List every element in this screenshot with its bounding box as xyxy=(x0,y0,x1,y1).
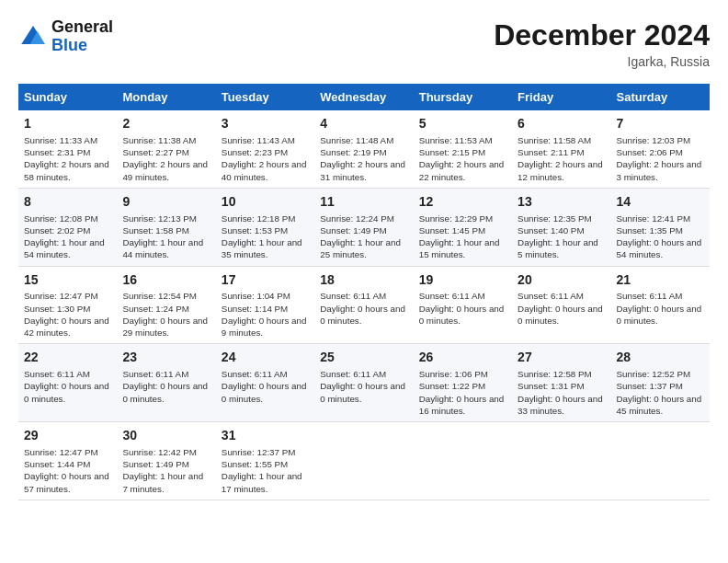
day-info: Sunrise: 11:58 AMSunset: 2:11 PMDaylight… xyxy=(518,134,605,183)
day-info: Sunrise: 11:48 AMSunset: 2:19 PMDaylight… xyxy=(320,134,407,183)
calendar-cell: 10Sunrise: 12:18 PMSunset: 1:53 PMDaylig… xyxy=(216,188,314,266)
day-number: 22 xyxy=(24,349,111,366)
title-block: December 2024 Igarka, Russia xyxy=(494,18,710,69)
day-info: Sunrise: 12:58 PMSunset: 1:31 PMDaylight… xyxy=(518,368,605,417)
day-number: 23 xyxy=(122,349,210,366)
day-number: 27 xyxy=(518,349,605,366)
column-header-friday: Friday xyxy=(512,84,610,110)
day-number: 26 xyxy=(419,349,506,366)
logo-text: General Blue xyxy=(51,18,113,55)
calendar-cell xyxy=(611,422,710,500)
calendar-cell: 30Sunrise: 12:42 PMSunset: 1:49 PMDaylig… xyxy=(117,422,215,500)
column-header-saturday: Saturday xyxy=(611,84,710,110)
calendar-cell: 16Sunrise: 12:54 PMSunset: 1:24 PMDaylig… xyxy=(117,266,215,344)
logo-line1: General xyxy=(51,18,113,37)
day-number: 19 xyxy=(419,271,506,289)
day-info: Sunset: 6:11 AMDaylight: 0 hours and 0 m… xyxy=(320,290,407,327)
week-row-3: 15Sunrise: 12:47 PMSunset: 1:30 PMDaylig… xyxy=(18,266,710,344)
day-number: 24 xyxy=(222,349,309,366)
calendar-cell xyxy=(414,422,512,500)
day-info: Sunrise: 1:04 PMSunset: 1:14 PMDaylight:… xyxy=(222,290,309,339)
location: Igarka, Russia xyxy=(494,54,710,69)
day-info: Sunrise: 12:42 PMSunset: 1:49 PMDaylight… xyxy=(122,446,210,495)
week-row-1: 1Sunrise: 11:33 AMSunset: 2:31 PMDayligh… xyxy=(18,110,710,188)
calendar-cell: 12Sunrise: 12:29 PMSunset: 1:45 PMDaylig… xyxy=(414,188,512,266)
logo-icon xyxy=(18,22,48,52)
day-info: Sunrise: 12:41 PMSunset: 1:35 PMDaylight… xyxy=(617,213,704,261)
calendar-cell: 17Sunrise: 1:04 PMSunset: 1:14 PMDayligh… xyxy=(216,266,314,344)
calendar-cell: 19Sunset: 6:11 AMDaylight: 0 hours and 0… xyxy=(414,266,512,344)
day-number: 25 xyxy=(320,349,407,366)
calendar-cell: 1Sunrise: 11:33 AMSunset: 2:31 PMDayligh… xyxy=(18,110,117,188)
calendar-cell: 26Sunrise: 1:06 PMSunset: 1:22 PMDayligh… xyxy=(414,344,512,422)
day-number: 11 xyxy=(320,193,407,211)
day-number: 8 xyxy=(24,193,111,211)
column-header-monday: Monday xyxy=(117,84,215,110)
day-number: 17 xyxy=(222,271,309,289)
calendar-cell: 15Sunrise: 12:47 PMSunset: 1:30 PMDaylig… xyxy=(18,266,117,344)
day-number: 16 xyxy=(122,271,210,289)
day-info: Sunrise: 11:43 AMSunset: 2:23 PMDaylight… xyxy=(222,134,309,183)
calendar-cell: 29Sunrise: 12:47 PMSunset: 1:44 PMDaylig… xyxy=(18,422,117,500)
day-info: Sunrise: 12:52 PMSunset: 1:37 PMDaylight… xyxy=(617,368,704,417)
week-row-2: 8Sunrise: 12:08 PMSunset: 2:02 PMDayligh… xyxy=(18,188,710,266)
calendar-cell: 7Sunrise: 12:03 PMSunset: 2:06 PMDayligh… xyxy=(611,110,710,188)
day-number: 21 xyxy=(617,271,704,289)
day-info: Sunrise: 12:47 PMSunset: 1:44 PMDaylight… xyxy=(24,446,111,495)
day-info: Sunset: 6:11 AMDaylight: 0 hours and 0 m… xyxy=(222,368,309,405)
day-info: Sunrise: 12:35 PMSunset: 1:40 PMDaylight… xyxy=(518,213,605,261)
day-number: 28 xyxy=(617,349,704,366)
day-info: Sunrise: 12:54 PMSunset: 1:24 PMDaylight… xyxy=(122,290,210,339)
day-info: Sunrise: 12:37 PMSunset: 1:55 PMDaylight… xyxy=(222,446,309,495)
calendar-cell: 9Sunrise: 12:13 PMSunset: 1:58 PMDayligh… xyxy=(117,188,215,266)
calendar-cell: 22Sunset: 6:11 AMDaylight: 0 hours and 0… xyxy=(18,344,117,422)
logo-line2: Blue xyxy=(51,37,113,55)
day-number: 30 xyxy=(122,427,210,444)
calendar-cell: 24Sunset: 6:11 AMDaylight: 0 hours and 0… xyxy=(216,344,314,422)
day-info: Sunset: 6:11 AMDaylight: 0 hours and 0 m… xyxy=(518,290,605,327)
day-number: 12 xyxy=(419,193,506,211)
column-header-thursday: Thursday xyxy=(414,84,512,110)
day-info: Sunrise: 12:47 PMSunset: 1:30 PMDaylight… xyxy=(24,290,111,339)
calendar-cell: 23Sunset: 6:11 AMDaylight: 0 hours and 0… xyxy=(117,344,215,422)
calendar-cell: 11Sunrise: 12:24 PMSunset: 1:49 PMDaylig… xyxy=(314,188,413,266)
calendar-cell: 3Sunrise: 11:43 AMSunset: 2:23 PMDayligh… xyxy=(216,110,314,188)
day-number: 20 xyxy=(518,271,605,289)
calendar-cell: 13Sunrise: 12:35 PMSunset: 1:40 PMDaylig… xyxy=(512,188,610,266)
calendar-header-row: SundayMondayTuesdayWednesdayThursdayFrid… xyxy=(18,84,710,110)
day-info: Sunrise: 12:18 PMSunset: 1:53 PMDaylight… xyxy=(222,213,309,261)
column-header-wednesday: Wednesday xyxy=(314,84,413,110)
day-number: 9 xyxy=(122,193,210,211)
calendar-cell: 25Sunset: 6:11 AMDaylight: 0 hours and 0… xyxy=(314,344,413,422)
calendar-cell: 14Sunrise: 12:41 PMSunset: 1:35 PMDaylig… xyxy=(611,188,710,266)
calendar-cell xyxy=(512,422,610,500)
day-number: 6 xyxy=(518,115,605,132)
calendar-cell: 28Sunrise: 12:52 PMSunset: 1:37 PMDaylig… xyxy=(611,344,710,422)
calendar-table: SundayMondayTuesdayWednesdayThursdayFrid… xyxy=(18,84,710,500)
day-number: 10 xyxy=(222,193,309,211)
calendar-cell: 5Sunrise: 11:53 AMSunset: 2:15 PMDayligh… xyxy=(414,110,512,188)
day-number: 4 xyxy=(320,115,407,132)
calendar-cell xyxy=(314,422,413,500)
calendar-cell: 8Sunrise: 12:08 PMSunset: 2:02 PMDayligh… xyxy=(18,188,117,266)
day-number: 3 xyxy=(222,115,309,132)
month-title: December 2024 xyxy=(494,18,710,52)
day-number: 7 xyxy=(617,115,704,132)
day-number: 1 xyxy=(24,115,111,132)
calendar-cell: 18Sunset: 6:11 AMDaylight: 0 hours and 0… xyxy=(314,266,413,344)
day-info: Sunset: 6:11 AMDaylight: 0 hours and 0 m… xyxy=(419,290,506,327)
day-info: Sunrise: 12:29 PMSunset: 1:45 PMDaylight… xyxy=(419,213,506,261)
day-number: 13 xyxy=(518,193,605,211)
day-info: Sunrise: 12:03 PMSunset: 2:06 PMDaylight… xyxy=(617,134,704,183)
day-number: 2 xyxy=(122,115,210,132)
calendar-cell: 21Sunset: 6:11 AMDaylight: 0 hours and 0… xyxy=(611,266,710,344)
calendar-cell: 20Sunset: 6:11 AMDaylight: 0 hours and 0… xyxy=(512,266,610,344)
page-header: General Blue December 2024 Igarka, Russi… xyxy=(18,18,710,69)
day-info: Sunset: 6:11 AMDaylight: 0 hours and 0 m… xyxy=(24,368,111,405)
day-info: Sunrise: 12:24 PMSunset: 1:49 PMDaylight… xyxy=(320,213,407,261)
logo: General Blue xyxy=(18,18,113,55)
day-info: Sunrise: 12:08 PMSunset: 2:02 PMDaylight… xyxy=(24,213,111,261)
column-header-sunday: Sunday xyxy=(18,84,117,110)
day-info: Sunset: 6:11 AMDaylight: 0 hours and 0 m… xyxy=(320,368,407,405)
calendar-cell: 4Sunrise: 11:48 AMSunset: 2:19 PMDayligh… xyxy=(314,110,413,188)
